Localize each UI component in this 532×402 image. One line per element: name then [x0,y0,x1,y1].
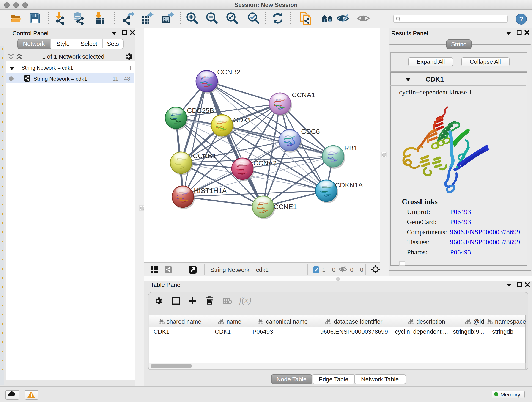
svg-text:CDC6: CDC6 [301,128,320,135]
svg-text:HIST1H1A: HIST1H1A [194,187,227,194]
svg-text:CCNA2: CCNA2 [253,159,277,167]
svg-text:CDKN1A: CDKN1A [335,181,363,189]
svg-text:CCNB1: CCNB1 [193,152,216,160]
svg-text:CDC25B: CDC25B [187,107,214,114]
svg-text:CDK1: CDK1 [233,116,252,124]
svg-text:?: ? [519,15,523,23]
svg-text:CCNA1: CCNA1 [292,91,315,99]
svg-text:RB1: RB1 [344,144,357,152]
svg-text:CCNE1: CCNE1 [273,203,297,211]
svg-text:CCNB2: CCNB2 [217,68,241,76]
